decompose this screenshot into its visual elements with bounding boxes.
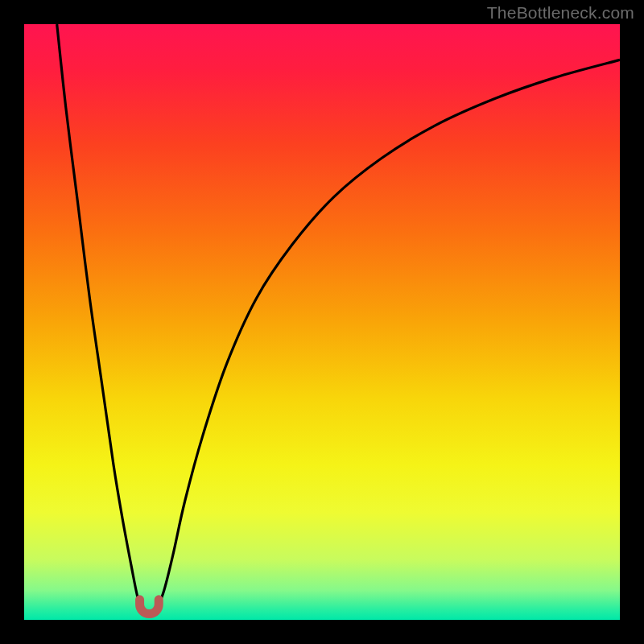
gradient-background	[24, 24, 620, 620]
plot-area	[24, 24, 620, 620]
watermark-text: TheBottleneck.com	[487, 3, 634, 23]
chart-frame: TheBottleneck.com	[0, 0, 644, 644]
plot-svg	[24, 24, 620, 620]
